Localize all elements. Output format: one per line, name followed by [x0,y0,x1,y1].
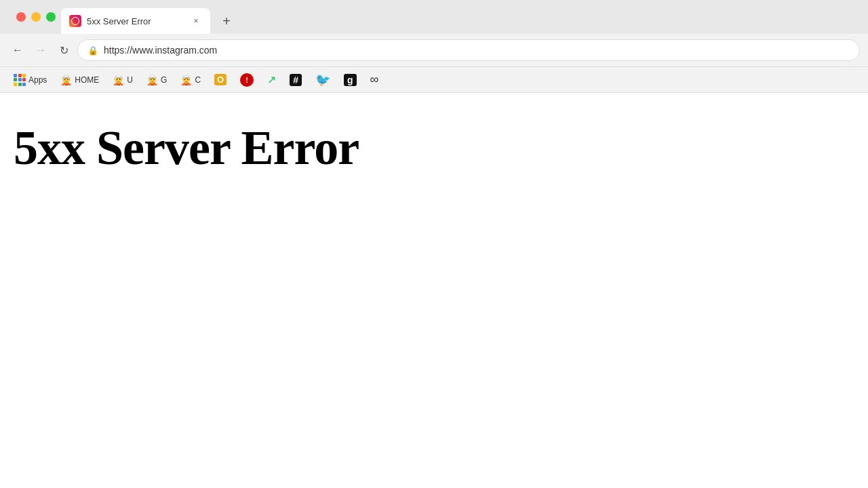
window-close-button[interactable] [16,12,26,22]
bookmark-label-1: U [127,75,133,85]
bookmark-icon-4: O [214,74,226,85]
bookmark-item-1[interactable]: 🧝 U [107,73,138,87]
bookmark-label-0: HOME [75,75,99,85]
apps-grid-icon [14,74,26,86]
bookmark-apps[interactable]: Apps [8,72,52,88]
back-button[interactable]: ← [8,41,27,60]
bookmark-icon-1: 🧝 [113,75,124,85]
bookmark-icon-5: ! [240,73,254,87]
bookmark-item-0[interactable]: 🧝 HOME [55,73,104,87]
window-minimize-button[interactable] [31,12,41,22]
page-content: 5xx Server Error [0,93,868,488]
lock-icon: 🔒 [87,45,98,56]
bookmark-icon-3: 🧝 [180,75,192,85]
bookmark-apps-label: Apps [28,75,47,85]
new-tab-button[interactable]: + [216,10,237,32]
window-maximize-button[interactable] [46,12,56,22]
bookmark-item-9[interactable]: g [338,72,362,88]
bookmark-icon-6: ↗ [267,73,276,86]
bookmark-item-8[interactable]: 🐦 [310,70,336,89]
url-display: https://www.instagram.com [104,45,850,56]
reload-button[interactable]: ↻ [54,41,73,60]
tab-close-button[interactable]: × [190,15,202,27]
bookmark-item-6[interactable]: ↗ [262,71,281,88]
forward-button[interactable]: → [31,41,50,60]
bookmark-item-2[interactable]: 🧝 G [141,73,172,87]
bookmark-item-7[interactable]: # [284,72,307,88]
tab-title: 5xx Server Error [87,16,184,26]
bookmark-label-2: G [161,75,167,85]
address-bar[interactable]: 🔒 https://www.instagram.com [77,39,860,61]
bookmark-icon-9: g [344,74,357,86]
bookmark-icon-2: 🧝 [146,75,158,85]
bookmark-item-3[interactable]: 🧝 C [175,73,206,87]
bookmarks-bar: Apps 🧝 HOME 🧝 U 🧝 G 🧝 C O ! ↗ # [0,66,868,92]
bookmark-item-4[interactable]: O [209,72,232,87]
browser-tab[interactable]: 5xx Server Error × [61,8,210,34]
bookmark-item-10[interactable]: ∞ [365,70,384,89]
bookmark-icon-0: 🧝 [60,75,72,85]
bookmark-icon-7: # [290,74,302,86]
bookmark-icon-8: 🐦 [315,73,330,87]
bookmark-icon-10: ∞ [370,73,379,87]
bookmark-item-5[interactable]: ! [235,71,259,89]
error-heading: 5xx Server Error [14,120,359,176]
navigation-bar: ← → ↻ 🔒 https://www.instagram.com [0,34,868,66]
bookmark-label-3: C [195,75,201,85]
tab-favicon [69,15,81,27]
